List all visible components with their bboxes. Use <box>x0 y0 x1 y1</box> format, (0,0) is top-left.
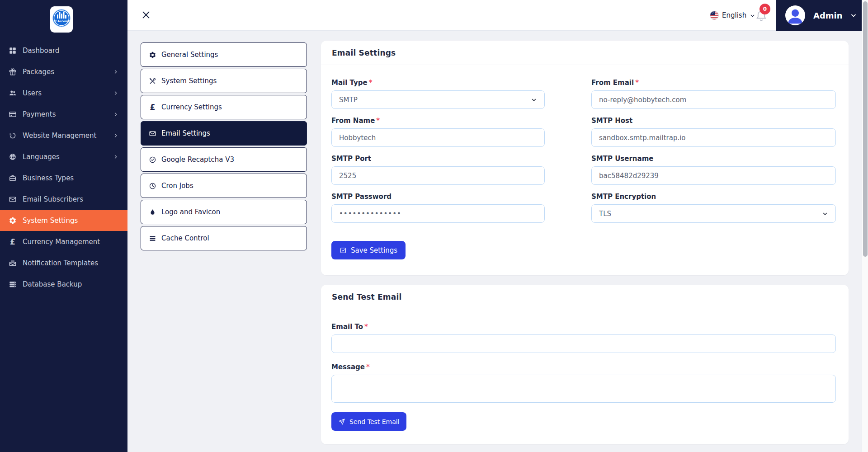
droplet-icon <box>149 208 156 216</box>
chevron-right-icon <box>113 133 118 138</box>
tab-general-settings[interactable]: General Settings <box>141 42 307 67</box>
field-smtp-password: SMTP Password <box>331 193 545 223</box>
tab-currency-settings[interactable]: £ Currency Settings <box>141 95 307 119</box>
gear-icon <box>149 51 156 59</box>
mail-type-select[interactable]: SMTP <box>331 90 545 109</box>
sidebar-item-label: Users <box>23 89 42 97</box>
app-logo[interactable] <box>50 6 73 33</box>
avatar-person-icon <box>785 5 805 25</box>
sidebar-item-currency-management[interactable]: £ Currency Management <box>0 231 127 252</box>
mail-lines-icon <box>9 259 17 267</box>
credit-card-icon <box>9 110 17 118</box>
admin-settings-page: Dashboard Packages Users Payments Websit… <box>0 0 868 452</box>
scrollbar-thumb[interactable] <box>863 1 868 257</box>
field-email-to: Email To* <box>331 323 836 353</box>
sidebar-item-email-subscribers[interactable]: Email Subscribers <box>0 188 127 210</box>
chevron-right-icon <box>113 154 118 160</box>
smtp-host-input[interactable] <box>591 128 836 147</box>
tab-system-settings[interactable]: System Settings <box>141 69 307 93</box>
required-mark: * <box>366 363 370 371</box>
dashboard-grid-icon <box>9 47 17 55</box>
save-settings-button[interactable]: Save Settings <box>331 241 406 259</box>
sidebar-item-payments[interactable]: Payments <box>0 104 127 125</box>
smtp-port-input[interactable] <box>331 166 545 185</box>
sidebar-item-database-backup[interactable]: Database Backup <box>0 273 127 295</box>
from-name-input[interactable] <box>331 128 545 147</box>
sidebar-item-label: Business Types <box>23 174 74 182</box>
chevron-down-icon <box>531 97 537 103</box>
sidebar-item-languages[interactable]: Languages <box>0 146 127 167</box>
us-flag-icon <box>710 11 719 20</box>
sidebar-item-notification-templates[interactable]: Notification Templates <box>0 252 127 273</box>
sidebar-item-system-settings[interactable]: System Settings <box>0 210 127 231</box>
required-mark: * <box>635 79 639 87</box>
user-name: Admin <box>813 11 843 20</box>
briefcase-icon <box>9 174 17 182</box>
sidebar-item-label: Payments <box>23 110 56 118</box>
field-mail-type: Mail Type* SMTP <box>331 79 545 109</box>
stack-icon <box>149 235 156 242</box>
field-smtp-port: SMTP Port <box>331 155 545 185</box>
gift-icon <box>9 68 17 76</box>
page-scrollbar[interactable] <box>862 0 868 452</box>
required-mark: * <box>376 117 380 125</box>
sidebar-item-users[interactable]: Users <box>0 82 127 104</box>
pound-icon: £ <box>9 238 17 246</box>
tab-cron-jobs[interactable]: Cron Jobs <box>141 174 307 198</box>
send-test-email-card: Send Test Email Email To* Message* Send … <box>321 285 849 444</box>
smtp-encryption-select[interactable]: TLS <box>591 204 836 223</box>
sidebar-item-label: Dashboard <box>23 47 59 55</box>
smtp-password-input[interactable] <box>331 204 545 223</box>
chevron-right-icon <box>113 90 118 96</box>
sidebar-item-website-management[interactable]: Website Management <box>0 125 127 146</box>
check-circle-icon <box>149 156 156 164</box>
tools-icon <box>149 77 156 85</box>
language-label: English <box>722 11 746 19</box>
check-square-icon <box>340 247 347 254</box>
gear-icon <box>9 217 17 225</box>
notifications-button[interactable]: 0 <box>755 9 769 24</box>
tab-google-recaptcha[interactable]: Google Recaptcha V3 <box>141 147 307 172</box>
tab-cache-control[interactable]: Cache Control <box>141 226 307 250</box>
tab-email-settings[interactable]: Email Settings <box>141 121 307 146</box>
notification-badge: 0 <box>760 4 770 14</box>
envelope-icon <box>9 195 17 203</box>
sidebar-item-dashboard[interactable]: Dashboard <box>0 40 127 61</box>
tab-label: Cache Control <box>161 234 209 242</box>
field-message: Message* <box>331 363 836 405</box>
from-email-input[interactable] <box>591 90 836 109</box>
users-icon <box>9 89 17 97</box>
field-smtp-encryption: SMTP Encryption TLS <box>591 193 836 223</box>
card-title: Email Settings <box>321 41 849 65</box>
refresh-icon <box>9 132 17 140</box>
tab-label: System Settings <box>161 77 217 85</box>
sidebar-item-packages[interactable]: Packages <box>0 61 127 82</box>
sidebar-item-business-types[interactable]: Business Types <box>0 167 127 188</box>
email-to-input[interactable] <box>331 334 836 353</box>
required-mark: * <box>369 79 373 87</box>
smtp-username-input[interactable] <box>591 166 836 185</box>
sidebar-item-label: Currency Management <box>23 238 100 246</box>
dot-accounts-logo-icon <box>52 8 71 31</box>
sidebar-item-label: Database Backup <box>23 280 82 288</box>
field-from-email: From Email* <box>591 79 836 109</box>
sidebar-nav: Dashboard Packages Users Payments Websit… <box>0 40 127 295</box>
tab-label: General Settings <box>161 51 218 59</box>
pound-icon: £ <box>149 103 156 112</box>
close-icon[interactable] <box>141 10 151 20</box>
tab-logo-favicon[interactable]: Logo and Favicon <box>141 200 307 224</box>
globe-icon <box>9 153 17 161</box>
chevron-down-icon <box>850 12 857 19</box>
language-selector[interactable]: English <box>710 0 755 31</box>
sidebar: Dashboard Packages Users Payments Websit… <box>0 0 127 452</box>
send-test-email-button[interactable]: Send Test Email <box>331 412 406 431</box>
email-settings-card: Email Settings Mail Type* SMTP From Emai… <box>321 41 849 275</box>
selected-value: SMTP <box>339 96 358 104</box>
sidebar-item-label: Email Subscribers <box>23 195 83 203</box>
message-textarea[interactable] <box>331 375 836 403</box>
selected-value: TLS <box>599 210 611 218</box>
chevron-right-icon <box>113 112 118 117</box>
sidebar-item-label: Packages <box>23 68 54 76</box>
server-icon <box>9 280 17 288</box>
user-menu[interactable]: Admin <box>776 0 862 31</box>
